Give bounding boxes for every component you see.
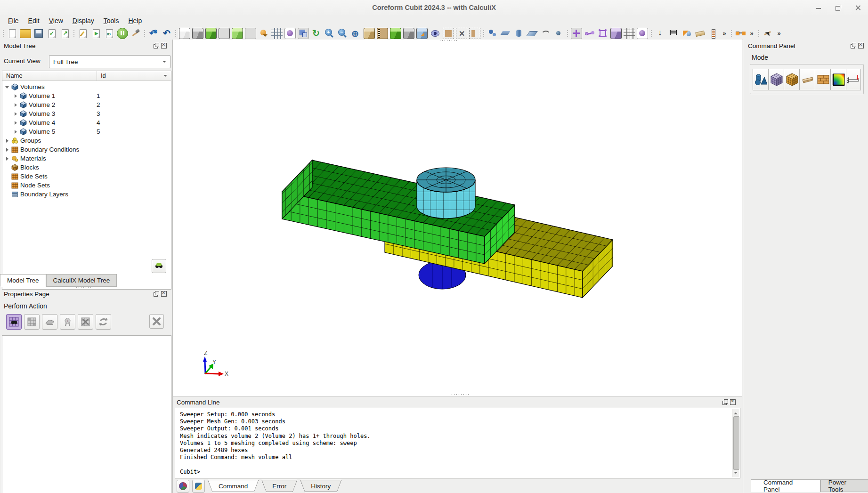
tree-row-volume-2[interactable]: Volume 2 2	[2, 100, 182, 109]
shaded-view-icon[interactable]	[205, 28, 217, 39]
save-icon[interactable]	[33, 28, 44, 39]
close-panel-icon[interactable]	[730, 399, 736, 405]
pick-arrow-icon[interactable]	[655, 28, 666, 39]
import-icon[interactable]	[46, 28, 57, 39]
toolbar-overflow-icon[interactable]: »	[775, 28, 783, 39]
current-view-select[interactable]: Full Tree	[49, 55, 170, 68]
rotate-compass-icon[interactable]	[762, 28, 773, 39]
cylinder-tool-icon[interactable]	[513, 28, 525, 39]
restore-icon[interactable]	[835, 4, 842, 11]
delete-mesh-button[interactable]	[78, 314, 93, 330]
tree-row-volume-1[interactable]: Volume 1 1	[2, 91, 182, 100]
graphics-grid-icon[interactable]	[271, 28, 283, 39]
graphics-camera-icon[interactable]	[430, 28, 441, 39]
expander-icon[interactable]	[14, 129, 18, 134]
tree-row-boundary-conditions[interactable]: Boundary Conditions	[2, 145, 174, 154]
play-journal-icon[interactable]	[90, 28, 102, 39]
power-undo-icon[interactable]	[148, 28, 159, 39]
mode-materials-button[interactable]	[815, 69, 831, 90]
expander-icon[interactable]	[5, 85, 10, 89]
close-panel-icon[interactable]	[161, 43, 167, 48]
orientation-cube-icon[interactable]	[416, 28, 428, 39]
edit-journal-icon[interactable]	[77, 28, 89, 39]
tree-search-button[interactable]	[152, 259, 166, 273]
mesh-visibility-icon[interactable]	[403, 28, 414, 39]
mode-boundary-conditions-button[interactable]	[846, 69, 861, 90]
undo-icon[interactable]	[161, 28, 172, 39]
console-output[interactable]: Sweeper Setup: 0.000 seconds Sweeper Mes…	[180, 411, 737, 476]
mode-geometry-button[interactable]	[753, 69, 769, 90]
scrollbar-thumb[interactable]	[733, 416, 739, 470]
transparent-view-icon[interactable]	[232, 28, 243, 39]
menu-display[interactable]: Display	[68, 16, 98, 26]
toolbar-handle[interactable]	[2, 29, 5, 38]
view-sphere-icon[interactable]	[284, 28, 296, 39]
perspective-icon[interactable]	[258, 28, 269, 39]
expander-icon[interactable]	[14, 112, 18, 116]
toolbar-overflow-icon[interactable]: »	[748, 28, 755, 39]
tree-row-volume-5[interactable]: Volume 5 5	[2, 127, 182, 136]
tree-row-volume-4[interactable]: Volume 4 4	[2, 118, 182, 127]
command-console[interactable]: Sweeper Setup: 0.000 seconds Sweeper Mes…	[175, 408, 740, 478]
mesh-quality-button[interactable]: 1	[60, 314, 75, 330]
export-icon[interactable]	[59, 28, 71, 39]
graphics-window-icon[interactable]	[298, 28, 309, 39]
fire-command-icon[interactable]	[130, 28, 141, 39]
tree-row-boundary-layers[interactable]: Boundary Layers	[2, 190, 179, 199]
chevron-down-icon[interactable]	[163, 75, 167, 79]
tree-row-volumes[interactable]: Volumes	[2, 82, 174, 91]
refresh-graphics-icon[interactable]	[311, 28, 322, 39]
hidden-line-view-icon[interactable]	[192, 28, 203, 39]
remesh-button[interactable]	[96, 314, 111, 330]
tab-command[interactable]: Command	[208, 480, 259, 492]
select-partial-icon[interactable]	[469, 28, 480, 39]
pick-volume-icon[interactable]	[610, 28, 622, 39]
mode-sculpt-button[interactable]	[799, 69, 816, 90]
zoom-in-icon[interactable]	[324, 28, 335, 39]
expander-icon[interactable]	[5, 147, 10, 152]
pick-surface-icon[interactable]	[597, 28, 608, 39]
zoom-fit-icon[interactable]	[350, 28, 362, 39]
tree-row-node-sets[interactable]: Node Sets	[2, 181, 179, 190]
wireframe-view-icon[interactable]	[179, 28, 190, 39]
mode-blocks-button[interactable]	[784, 69, 800, 90]
cubit-console-button[interactable]	[177, 480, 189, 493]
pick-vertex-icon[interactable]	[571, 28, 582, 39]
bolt-volume[interactable]	[417, 168, 475, 218]
tab-power-tools[interactable]: Power Tools	[820, 479, 868, 492]
column-id[interactable]: Id	[97, 71, 171, 81]
column-name[interactable]: Name	[2, 71, 97, 81]
curve-with-nodes-icon[interactable]	[735, 28, 746, 39]
tree-row-materials[interactable]: Materials	[2, 154, 174, 163]
menu-file[interactable]: File	[4, 16, 23, 26]
scale-bar-icon[interactable]	[377, 28, 388, 39]
toolbar-overflow-icon[interactable]: »	[721, 28, 728, 39]
find-in-tree-button[interactable]	[6, 314, 22, 330]
menu-edit[interactable]: Edit	[24, 16, 44, 26]
float-panel-icon[interactable]	[722, 399, 728, 405]
properties-content[interactable]	[2, 335, 171, 493]
expander-icon[interactable]	[14, 121, 18, 125]
splitter-handle[interactable]	[75, 286, 93, 288]
pick-curve-icon[interactable]	[584, 28, 595, 39]
new-file-icon[interactable]	[7, 28, 18, 39]
vertex-tool-icon[interactable]	[553, 28, 564, 39]
mesh-view-icon[interactable]	[245, 28, 256, 39]
pause-icon[interactable]	[117, 28, 128, 39]
mode-post-processing-button[interactable]	[830, 69, 847, 90]
expander-icon[interactable]	[5, 156, 10, 161]
python-console-button[interactable]	[192, 480, 205, 493]
tree-header[interactable]: Name Id	[2, 71, 171, 81]
title-bar[interactable]: Coreform Cubit 2024.3 -- with CalculiX	[0, 0, 868, 15]
menu-view[interactable]: View	[45, 16, 67, 26]
smooth-shade-view-icon[interactable]	[219, 28, 230, 39]
ruler-icon[interactable]	[707, 28, 719, 39]
graphics-viewport[interactable]: Z Y X	[173, 40, 742, 396]
mesh-preview-button[interactable]	[24, 314, 40, 330]
expander-icon[interactable]	[5, 138, 10, 143]
pick-group-icon[interactable]	[637, 28, 648, 39]
console-scrollbar[interactable]	[732, 409, 739, 477]
menu-help[interactable]: Help	[124, 16, 146, 26]
clip-manipulation-icon[interactable]	[694, 28, 706, 39]
tree-row-groups[interactable]: Groups	[2, 136, 174, 145]
